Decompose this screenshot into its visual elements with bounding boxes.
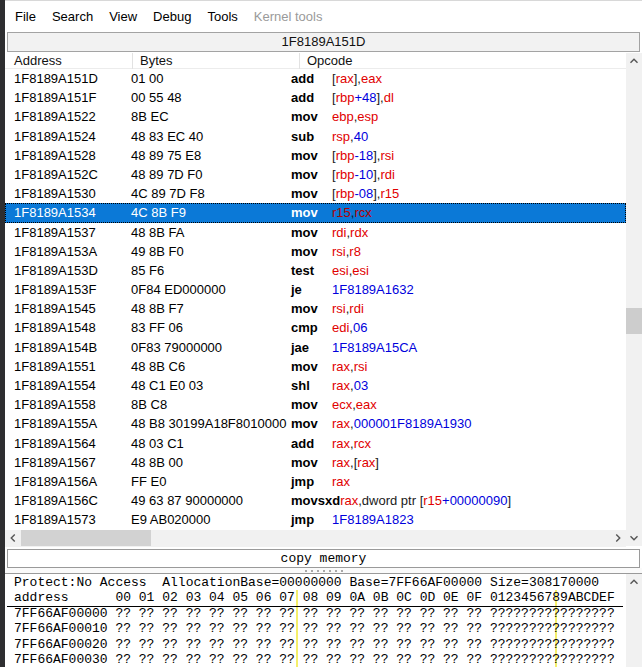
copy-memory-button[interactable]: copy memory <box>7 549 640 568</box>
column-header-address: Address <box>5 53 133 69</box>
memory-row[interactable]: 7FF66AF00030 ?? ?? ?? ?? ?? ?? ?? ?? ?? … <box>14 652 615 667</box>
disasm-row[interactable]: 1F8189A15304C 89 7D F8mov[rbp-08],r15 <box>5 184 626 203</box>
disasm-row[interactable]: 1F8189A155448 C1 E0 03shlrax,03 <box>5 376 626 395</box>
disasm-row[interactable]: 1F8189A156748 8B 00movrax,[rax] <box>5 453 626 472</box>
disasm-row[interactable]: 1F8189A1573E9 AB020000jmp1F8189A1823 <box>5 510 626 529</box>
disasm-row[interactable]: 1F8189A151F00 55 48add[rbp+48],dl <box>5 88 626 107</box>
disasm-row[interactable]: 1F8189A152848 89 75 E8mov[rbp-18],rsi <box>5 146 626 165</box>
disasm-row[interactable]: 1F8189A15344C 8B F9movr15,rcx <box>5 203 626 222</box>
disasm-row[interactable]: 1F8189A154B0F83 79000000jae1F8189A15CA <box>5 338 626 357</box>
disasm-vertical-scrollbar[interactable] <box>626 53 642 530</box>
disasm-row[interactable]: 1F8189A153D85 F6testesi,esi <box>5 261 626 280</box>
memory-vertical-scrollbar[interactable] <box>626 574 642 667</box>
disasm-row[interactable]: 1F8189A156C49 63 87 90000000movsxdrax,dw… <box>5 491 626 510</box>
memory-viewer-window: File Search View Debug Tools Kernel tool… <box>0 0 642 667</box>
disasm-row[interactable]: 1F8189A15228B ECmovebp,esp <box>5 107 626 126</box>
disasm-row[interactable]: 1F8189A153A49 8B F0movrsi,r8 <box>5 242 626 261</box>
disasm-row[interactable]: 1F8189A154883 FF 06cmpedi,06 <box>5 318 626 337</box>
memory-protect-line: Protect:No Access AllocationBase=0000000… <box>14 575 615 590</box>
memory-hex-pane: Protect:No Access AllocationBase=0000000… <box>5 573 642 667</box>
column-header-opcode: Opcode <box>300 53 626 69</box>
menu-item-kernel-tools: Kernel tools <box>246 5 331 28</box>
memory-row[interactable]: 7FF66AF00020 ?? ?? ?? ?? ?? ?? ?? ?? ?? … <box>14 637 615 652</box>
scroll-right-button[interactable] <box>610 530 626 546</box>
chevron-up-icon <box>627 54 641 68</box>
disasm-row[interactable]: 1F8189A156448 03 C1addrax,rcx <box>5 434 626 453</box>
disasm-row[interactable]: 1F8189A152C48 89 7D F0mov[rbp-10],rdi <box>5 165 626 184</box>
menu-item-file[interactable]: File <box>7 5 44 28</box>
scroll-left-button[interactable] <box>5 530 21 546</box>
chevron-down-icon <box>627 531 641 545</box>
scroll-down-button[interactable] <box>626 530 642 546</box>
memory-header-underline <box>7 606 623 607</box>
disasm-row[interactable]: 1F8189A153F0F84 ED000000je1F8189A1632 <box>5 280 626 299</box>
scroll-up-button[interactable] <box>626 574 642 590</box>
disasm-column-header: Address Bytes Opcode <box>5 53 626 69</box>
memory-rows: 7FF66AF00000 ?? ?? ?? ?? ?? ?? ?? ?? ?? … <box>14 606 615 667</box>
disasm-rows: 1F8189A151D01 00add[rax],eax1F8189A151F0… <box>5 69 626 530</box>
chevron-up-icon <box>627 575 641 589</box>
menu-bar: File Search View Debug Tools Kernel tool… <box>5 1 642 31</box>
address-title-bar: 1F8189A151D <box>7 32 640 52</box>
menu-item-view[interactable]: View <box>101 5 145 28</box>
memory-row[interactable]: 7FF66AF00000 ?? ?? ?? ?? ?? ?? ?? ?? ?? … <box>14 606 615 621</box>
horizontal-scrollbar-thumb[interactable] <box>21 530 151 546</box>
memory-header-line: address 00 01 02 03 04 05 06 07 08 09 0A… <box>14 590 615 605</box>
column-header-bytes: Bytes <box>133 53 300 69</box>
disasm-row[interactable]: 1F8189A151D01 00add[rax],eax <box>5 69 626 88</box>
disasm-row[interactable]: 1F8189A15588B C8movecx,eax <box>5 395 626 414</box>
menu-item-debug[interactable]: Debug <box>145 5 199 28</box>
chevron-right-icon <box>611 531 625 545</box>
scroll-up-button[interactable] <box>626 53 642 69</box>
disasm-horizontal-scrollbar[interactable] <box>5 530 626 547</box>
disasm-row[interactable]: 1F8189A152448 83 EC 40subrsp,40 <box>5 127 626 146</box>
menu-item-tools[interactable]: Tools <box>199 5 245 28</box>
menu-item-search[interactable]: Search <box>44 5 101 28</box>
chevron-left-icon <box>6 531 20 545</box>
splitter-grip-icon <box>305 570 345 572</box>
disasm-row[interactable]: 1F8189A154548 8B F7movrsi,rdi <box>5 299 626 318</box>
disasm-row[interactable]: 1F8189A153748 8B FAmovrdi,rdx <box>5 223 626 242</box>
vertical-scrollbar-thumb[interactable] <box>626 308 642 334</box>
main-window: File Search View Debug Tools Kernel tool… <box>5 0 642 667</box>
disasm-row[interactable]: 1F8189A156AFF E0jmprax <box>5 472 626 491</box>
memory-text: Protect:No Access AllocationBase=0000000… <box>14 575 615 667</box>
disasm-row[interactable]: 1F8189A155148 8B C6movrax,rsi <box>5 357 626 376</box>
memory-row[interactable]: 7FF66AF00010 ?? ?? ?? ?? ?? ?? ?? ?? ?? … <box>14 621 615 636</box>
disasm-row[interactable]: 1F8189A155A48 B8 30199A18F8010000movrax,… <box>5 414 626 433</box>
